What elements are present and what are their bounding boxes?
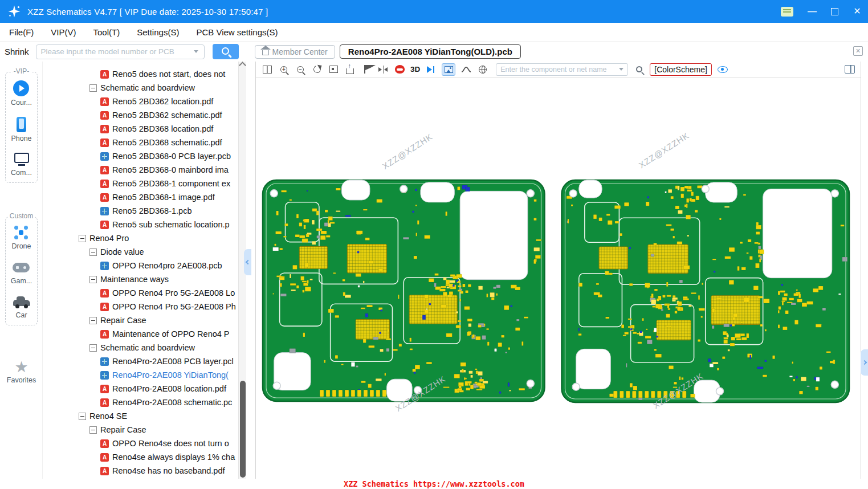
collapse-minus-icon[interactable]: [79, 235, 86, 242]
collapse-minus-icon[interactable]: [89, 276, 97, 283]
collapse-minus-icon[interactable]: [89, 248, 97, 256]
close-panel-icon[interactable]: ✕: [853, 46, 863, 56]
shrink-button[interactable]: Shrink: [5, 47, 29, 56]
tree-scrollbar-thumb[interactable]: [240, 381, 246, 478]
tree-item[interactable]: AOPPO Reno4se does not turn o: [43, 437, 238, 450]
tree-item[interactable]: AReno4se has no baseband.pdf: [43, 464, 238, 478]
pdf-file-icon: A: [100, 193, 109, 202]
game-label: Gam...: [11, 277, 32, 285]
tree-item[interactable]: Reno4Pro-2AE008 PCB layer.pcl: [43, 354, 238, 368]
measure-step-icon[interactable]: [425, 64, 437, 75]
tree-item[interactable]: Reno5 2BD368-1.pcb: [43, 204, 238, 218]
pdf-file-icon: A: [100, 111, 109, 120]
sidebar-item-computer[interactable]: Com...: [11, 153, 32, 177]
board-outline-icon[interactable]: [328, 64, 339, 75]
tree-item[interactable]: Maintenance ways: [43, 272, 238, 286]
net-dropdown-caret-icon[interactable]: [619, 68, 624, 71]
pcb-boards-graphic[interactable]: [256, 78, 861, 479]
tree-item[interactable]: Reno4 Pro: [43, 231, 238, 245]
net-search-input[interactable]: [500, 66, 619, 74]
collapse-right-handle[interactable]: [861, 349, 868, 376]
menu-item-vipv[interactable]: VIP(V): [51, 27, 76, 37]
pcb-file-icon: [100, 262, 109, 270]
tree-item[interactable]: AReno4se always displays 1% cha: [43, 450, 238, 464]
minimize-button[interactable]: —: [806, 0, 818, 23]
tree-item[interactable]: AReno5 2BD368-1 component ex: [43, 177, 238, 190]
net-search-icon[interactable]: [633, 64, 645, 75]
course-label: Cour...: [11, 99, 32, 107]
tree-item[interactable]: AReno5 sub schematic location.p: [43, 218, 238, 231]
collapse-tree-handle[interactable]: [244, 249, 251, 275]
zoom-in-icon[interactable]: +: [278, 64, 290, 75]
collapse-minus-icon[interactable]: [89, 426, 97, 434]
tree-item[interactable]: Diode value: [43, 245, 238, 259]
curve-trace-icon[interactable]: [461, 64, 472, 75]
scroll-up-icon[interactable]: [239, 62, 246, 69]
tree-item[interactable]: AReno4Pro-2AE008 location.pdf: [43, 382, 238, 396]
tree-item[interactable]: AReno5 2BD362 schematic.pdf: [43, 108, 238, 122]
refresh-view-icon[interactable]: [311, 64, 323, 75]
split-view-icon[interactable]: [262, 64, 273, 75]
flag-marker-icon[interactable]: [361, 64, 372, 75]
sidebar-item-favorites[interactable]: ★ Favorites: [0, 359, 43, 384]
collapse-minus-icon[interactable]: [79, 413, 86, 420]
colorscheme-button[interactable]: [ColorScheme]: [650, 63, 712, 76]
open-document-tab[interactable]: Reno4Pro-2AE008 YiDianTong(OLD).pcb: [340, 44, 521, 59]
sidebar-item-car[interactable]: Car: [13, 295, 30, 319]
tree-item[interactable]: Schematic and boardview: [43, 341, 238, 354]
pdf-file-icon: A: [100, 398, 109, 407]
tree-item[interactable]: AMaintenance of OPPO Reno4 P: [43, 327, 238, 341]
tree-item[interactable]: AReno4Pro-2AE008 schematic.pc: [43, 396, 238, 409]
image-overlay-icon[interactable]: [442, 63, 455, 76]
model-search-input[interactable]: [41, 46, 194, 58]
highlight-mode-icon[interactable]: [394, 64, 405, 75]
zoom-out-icon[interactable]: −: [295, 64, 306, 75]
tree-item[interactable]: AOPPO Reno4 Pro 5G-2AE008 Lo: [43, 286, 238, 300]
tree-item[interactable]: AReno5 does not start, does not: [43, 67, 238, 81]
tree-item-label: Schematic and boardview: [100, 83, 195, 92]
menu-item-settingss[interactable]: Settings(S): [137, 27, 179, 37]
tree-item[interactable]: Repair Case: [43, 423, 238, 437]
statusbar: XZZ Schematics https://www.xzztools.com: [0, 479, 868, 489]
sidebar-item-course[interactable]: Cour...: [11, 80, 32, 107]
tree-item[interactable]: AOPPO Reno4 Pro 5G-2AE008 Ph: [43, 300, 238, 313]
tree-item[interactable]: AReno5 2BD368-0 mainbord ima: [43, 163, 238, 177]
sidebar-item-drone[interactable]: Drone: [11, 225, 31, 250]
close-button[interactable]: ✕: [851, 0, 863, 23]
tree-item[interactable]: AReno5 2BD362 location.pdf: [43, 95, 238, 108]
tree-item[interactable]: Reno4Pro-2AE008 YiDianTong(: [43, 368, 238, 382]
vip-card-icon[interactable]: [781, 7, 793, 17]
tree-item[interactable]: Reno4 SE: [43, 409, 238, 423]
tree-item[interactable]: Schematic and boardview: [43, 81, 238, 95]
tree-item[interactable]: AReno5 2BD368 schematic.pdf: [43, 136, 238, 149]
file-tree-panel: AReno5 does not start, does notSchematic…: [43, 62, 246, 479]
net-search-box[interactable]: [496, 63, 628, 76]
mirror-flip-icon[interactable]: [377, 64, 389, 75]
collapse-minus-icon[interactable]: [89, 317, 97, 324]
collapse-minus-icon[interactable]: [89, 344, 97, 352]
maximize-button[interactable]: [831, 8, 838, 15]
member-center-button[interactable]: Member Center: [255, 45, 335, 59]
menu-item-filef[interactable]: File(F): [9, 27, 34, 37]
search-button[interactable]: [213, 44, 239, 59]
menu-item-pcbviewsettingss[interactable]: PCB View settings(S): [196, 27, 278, 37]
content: + − 3D [ColorSche: [246, 62, 868, 479]
search-dropdown-caret-icon[interactable]: [194, 50, 198, 53]
3d-view-button[interactable]: 3D: [410, 64, 420, 75]
pcb-canvas[interactable]: XZZ@XZZHKXZZ@XZZHKXZZ@XZZHKXZZ@XZZHK: [256, 78, 861, 479]
export-icon[interactable]: [344, 64, 356, 75]
globe-pan-icon[interactable]: [477, 64, 488, 75]
sidebar-item-game[interactable]: Gam...: [11, 260, 32, 285]
model-search-box[interactable]: [36, 44, 205, 59]
tree-item[interactable]: OPPO Reno4pro 2AE008.pcb: [43, 259, 238, 272]
tree-item[interactable]: Reno5 2BD368-0 PCB layer.pcb: [43, 149, 238, 163]
tree-item[interactable]: AReno5 2BD368 location.pdf: [43, 122, 238, 136]
collapse-minus-icon[interactable]: [89, 84, 97, 92]
visibility-eye-icon[interactable]: [717, 64, 728, 75]
side-panel-toggle-icon[interactable]: [845, 65, 855, 74]
tree-item[interactable]: AReno5 2BD368-1 image.pdf: [43, 190, 238, 204]
sidebar-item-phone[interactable]: Phone: [11, 117, 31, 142]
tree-item-label: Reno4Pro-2AE008 YiDianTong(: [112, 370, 229, 380]
menu-item-toolt[interactable]: Tool(T): [93, 27, 120, 37]
tree-item[interactable]: Repair Case: [43, 313, 238, 327]
